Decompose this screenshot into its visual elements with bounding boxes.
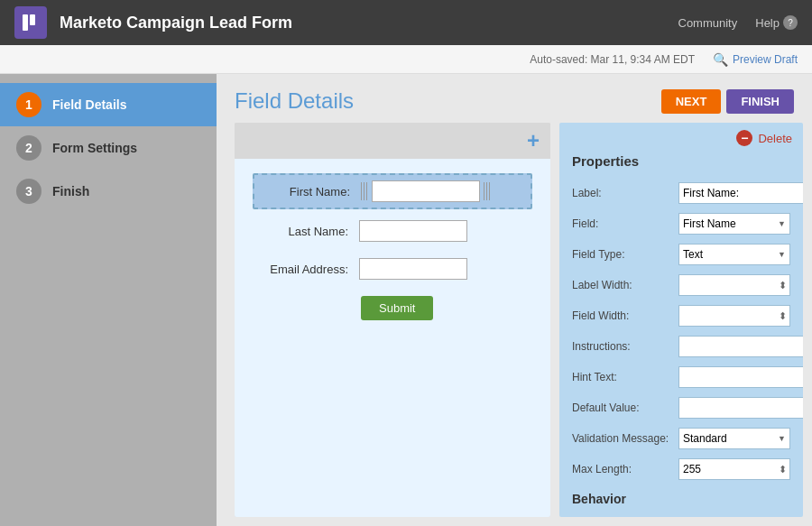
help-link[interactable]: Help ? bbox=[755, 15, 798, 30]
prop-hint-text-input[interactable] bbox=[678, 366, 803, 388]
prop-row-field-type: Field Type: Text Email Number Checkbox bbox=[559, 239, 803, 270]
prop-hint-text-label: Hint Text: bbox=[572, 371, 671, 383]
email-input-wrap bbox=[359, 258, 467, 280]
first-name-input-wrap bbox=[361, 180, 491, 202]
next-button[interactable]: NEXT bbox=[661, 89, 722, 114]
prop-max-length-input[interactable] bbox=[678, 458, 790, 480]
prop-row-field: Field: First Name Last Name Email Addres… bbox=[559, 208, 803, 239]
prop-row-label-width: Label Width: bbox=[559, 270, 803, 300]
first-name-label: First Name: bbox=[262, 185, 361, 198]
resize-handle-right[interactable] bbox=[484, 182, 491, 200]
delete-label[interactable]: Delete bbox=[758, 132, 792, 145]
prop-label-width-spinbox bbox=[678, 274, 790, 296]
submit-button[interactable]: Submit bbox=[361, 296, 433, 320]
add-field-button[interactable]: + bbox=[527, 130, 540, 152]
header-left: Marketo Campaign Lead Form bbox=[14, 6, 292, 39]
app-header: Marketo Campaign Lead Form Community Hel… bbox=[0, 0, 812, 45]
prop-max-length-label: Max Length: bbox=[572, 463, 671, 475]
sidebar-item-field-details[interactable]: 1 Field Details bbox=[0, 83, 217, 126]
split-view: + First Name: Last Name: bbox=[217, 123, 812, 526]
email-input[interactable] bbox=[359, 258, 467, 280]
prop-label-label: Label: bbox=[572, 187, 671, 199]
prop-default-value-input[interactable] bbox=[678, 397, 803, 419]
help-icon: ? bbox=[783, 15, 798, 30]
submit-btn-row: Submit bbox=[253, 291, 532, 326]
community-link[interactable]: Community bbox=[678, 16, 738, 30]
prop-validation-select[interactable]: Standard Custom bbox=[678, 428, 790, 449]
prop-default-value-label: Default Value: bbox=[572, 401, 671, 414]
action-buttons: NEXT FINISH bbox=[661, 89, 794, 114]
svg-rect-1 bbox=[30, 14, 35, 25]
resize-handle-left[interactable] bbox=[361, 182, 368, 200]
prop-field-label: Field: bbox=[572, 217, 671, 230]
last-name-input[interactable] bbox=[359, 220, 467, 242]
prop-field-select-wrap: First Name Last Name Email Address bbox=[678, 213, 790, 235]
prop-field-type-select[interactable]: Text Email Number Checkbox bbox=[678, 244, 790, 265]
sidebar-item-finish[interactable]: 3 Finish bbox=[0, 170, 217, 213]
content-area: Field Details NEXT FINISH + First Name: bbox=[217, 74, 812, 526]
prop-instructions-input[interactable] bbox=[678, 336, 803, 357]
properties-title: Properties bbox=[559, 150, 803, 178]
properties-panel: − Delete Properties Label: ✏️ Field: bbox=[559, 123, 803, 517]
header-right: Community Help ? bbox=[678, 15, 798, 30]
prop-field-width-input[interactable] bbox=[678, 305, 790, 327]
prop-row-default-value: Default Value: bbox=[559, 392, 803, 423]
main-layout: 1 Field Details 2 Form Settings 3 Finish… bbox=[0, 74, 812, 526]
autosave-text: Auto-saved: Mar 11, 9:34 AM EDT bbox=[530, 53, 695, 66]
step-2-label: Form Settings bbox=[52, 141, 137, 155]
prop-field-type-select-wrap: Text Email Number Checkbox bbox=[678, 244, 790, 265]
prop-row-validation: Validation Message: Standard Custom bbox=[559, 423, 803, 454]
prop-field-width-label: Field Width: bbox=[572, 309, 671, 322]
prop-field-width-spinbox bbox=[678, 305, 790, 327]
prop-row-max-length: Max Length: bbox=[559, 454, 803, 484]
prop-row-field-width: Field Width: bbox=[559, 300, 803, 331]
prop-instructions-label: Instructions: bbox=[572, 340, 671, 353]
prop-row-hint-text: Hint Text: bbox=[559, 362, 803, 392]
prop-validation-select-wrap: Standard Custom bbox=[678, 428, 790, 449]
prop-field-select[interactable]: First Name Last Name Email Address bbox=[678, 213, 790, 235]
step-3-number: 3 bbox=[16, 179, 42, 204]
prop-field-type-label: Field Type: bbox=[572, 248, 671, 261]
form-row-first-name[interactable]: First Name: bbox=[253, 173, 532, 209]
page-title: Field Details bbox=[235, 88, 354, 114]
delete-row: − Delete bbox=[559, 123, 803, 150]
step-1-number: 1 bbox=[16, 92, 42, 117]
sub-header: Auto-saved: Mar 11, 9:34 AM EDT 🔍 Previe… bbox=[0, 45, 812, 74]
sidebar-item-form-settings[interactable]: 2 Form Settings bbox=[0, 126, 217, 170]
form-toolbar: + bbox=[235, 123, 550, 159]
first-name-input[interactable] bbox=[372, 180, 480, 202]
prop-label-input-wrap: ✏️ bbox=[678, 182, 803, 204]
preview-label: Preview Draft bbox=[733, 53, 798, 66]
email-label: Email Address: bbox=[260, 263, 359, 276]
app-logo bbox=[14, 6, 47, 39]
prop-row-instructions: Instructions: bbox=[559, 331, 803, 362]
preview-draft-button[interactable]: 🔍 Preview Draft bbox=[713, 52, 798, 67]
form-row-email[interactable]: Email Address: bbox=[253, 253, 532, 285]
last-name-label: Last Name: bbox=[260, 225, 359, 238]
form-row-last-name[interactable]: Last Name: bbox=[253, 215, 532, 247]
prop-validation-label: Validation Message: bbox=[572, 432, 671, 445]
behavior-section-label: Behavior bbox=[559, 484, 803, 510]
step-1-label: Field Details bbox=[52, 97, 126, 112]
prop-label-input[interactable] bbox=[678, 182, 803, 204]
prop-label-width-input[interactable] bbox=[678, 274, 790, 296]
svg-rect-0 bbox=[23, 14, 28, 31]
step-2-number: 2 bbox=[16, 135, 42, 161]
prop-max-length-spinbox bbox=[678, 458, 790, 480]
last-name-input-wrap bbox=[359, 220, 467, 242]
preview-icon: 🔍 bbox=[713, 52, 728, 67]
sidebar: 1 Field Details 2 Form Settings 3 Finish bbox=[0, 74, 217, 526]
finish-button[interactable]: FINISH bbox=[726, 89, 794, 114]
step-3-label: Finish bbox=[52, 184, 89, 198]
form-content: First Name: Last Name: bbox=[235, 159, 550, 517]
app-title: Marketo Campaign Lead Form bbox=[60, 14, 292, 32]
help-label: Help bbox=[755, 16, 780, 30]
prop-label-width-label: Label Width: bbox=[572, 279, 671, 291]
prop-row-label: Label: ✏️ bbox=[559, 178, 803, 208]
delete-icon[interactable]: − bbox=[736, 130, 752, 146]
form-panel: + First Name: Last Name: bbox=[235, 123, 550, 517]
content-header: Field Details NEXT FINISH bbox=[217, 74, 812, 123]
